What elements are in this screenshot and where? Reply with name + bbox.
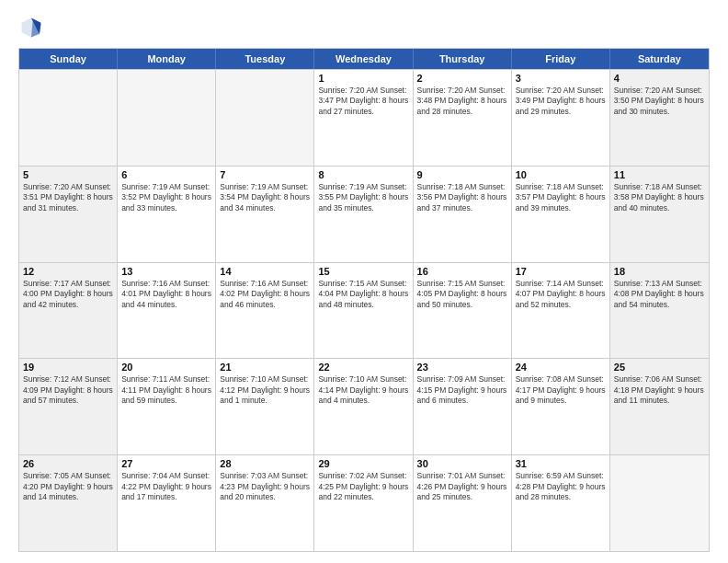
day-info: Sunrise: 7:09 AM Sunset: 4:15 PM Dayligh… — [417, 374, 507, 406]
day-info: Sunrise: 7:04 AM Sunset: 4:22 PM Dayligh… — [121, 471, 211, 502]
day-number: 11 — [614, 169, 705, 180]
day-cell: 8Sunrise: 7:19 AM Sunset: 3:55 PM Daylig… — [314, 167, 413, 262]
day-number: 13 — [121, 266, 211, 277]
week-row-1: 1Sunrise: 7:20 AM Sunset: 3:47 PM Daylig… — [19, 69, 709, 166]
day-cell: 22Sunrise: 7:10 AM Sunset: 4:14 PM Dayli… — [314, 359, 413, 454]
day-info: Sunrise: 7:15 AM Sunset: 4:05 PM Dayligh… — [417, 279, 507, 310]
day-number: 29 — [318, 458, 408, 469]
day-cell: 24Sunrise: 7:08 AM Sunset: 4:17 PM Dayli… — [512, 359, 610, 454]
day-info: Sunrise: 7:18 AM Sunset: 3:56 PM Dayligh… — [417, 182, 507, 213]
header-day-wednesday: Wednesday — [314, 49, 413, 69]
day-number: 4 — [614, 73, 705, 84]
day-info: Sunrise: 7:08 AM Sunset: 4:17 PM Dayligh… — [516, 374, 606, 406]
day-number: 26 — [23, 458, 113, 469]
day-info: Sunrise: 7:10 AM Sunset: 4:12 PM Dayligh… — [220, 374, 310, 406]
day-number: 27 — [121, 458, 211, 469]
day-number: 17 — [516, 266, 606, 277]
header-day-tuesday: Tuesday — [216, 49, 314, 69]
day-info: Sunrise: 7:10 AM Sunset: 4:14 PM Dayligh… — [318, 374, 408, 406]
day-cell: 27Sunrise: 7:04 AM Sunset: 4:22 PM Dayli… — [118, 455, 216, 551]
day-cell: 28Sunrise: 7:03 AM Sunset: 4:23 PM Dayli… — [216, 455, 314, 551]
day-info: Sunrise: 7:15 AM Sunset: 4:04 PM Dayligh… — [318, 279, 408, 310]
day-info: Sunrise: 7:13 AM Sunset: 4:08 PM Dayligh… — [614, 279, 705, 310]
day-cell: 23Sunrise: 7:09 AM Sunset: 4:15 PM Dayli… — [414, 359, 512, 454]
day-info: Sunrise: 7:20 AM Sunset: 3:50 PM Dayligh… — [614, 86, 705, 117]
day-cell: 7Sunrise: 7:19 AM Sunset: 3:54 PM Daylig… — [216, 167, 314, 262]
day-info: Sunrise: 7:20 AM Sunset: 3:48 PM Dayligh… — [417, 86, 507, 117]
day-number: 24 — [516, 362, 606, 373]
day-cell: 29Sunrise: 7:02 AM Sunset: 4:25 PM Dayli… — [314, 455, 413, 551]
day-info: Sunrise: 7:16 AM Sunset: 4:01 PM Dayligh… — [121, 279, 211, 310]
day-info: Sunrise: 7:02 AM Sunset: 4:25 PM Dayligh… — [318, 471, 408, 502]
day-cell: 30Sunrise: 7:01 AM Sunset: 4:26 PM Dayli… — [414, 455, 512, 551]
header-day-monday: Monday — [118, 49, 216, 69]
calendar-header-row: SundayMondayTuesdayWednesdayThursdayFrid… — [19, 49, 709, 69]
day-cell — [216, 70, 314, 166]
week-row-2: 5Sunrise: 7:20 AM Sunset: 3:51 PM Daylig… — [19, 166, 709, 262]
day-number: 20 — [121, 362, 211, 373]
day-info: Sunrise: 7:16 AM Sunset: 4:02 PM Dayligh… — [220, 279, 310, 310]
day-info: Sunrise: 7:03 AM Sunset: 4:23 PM Dayligh… — [220, 471, 310, 502]
day-info: Sunrise: 7:05 AM Sunset: 4:20 PM Dayligh… — [23, 471, 113, 502]
logo-icon — [18, 15, 44, 40]
header-day-sunday: Sunday — [19, 49, 118, 69]
day-cell: 16Sunrise: 7:15 AM Sunset: 4:05 PM Dayli… — [414, 263, 512, 359]
day-info: Sunrise: 7:01 AM Sunset: 4:26 PM Dayligh… — [417, 471, 507, 502]
day-cell: 1Sunrise: 7:20 AM Sunset: 3:47 PM Daylig… — [314, 70, 413, 166]
day-cell: 10Sunrise: 7:18 AM Sunset: 3:57 PM Dayli… — [512, 167, 610, 262]
day-cell: 3Sunrise: 7:20 AM Sunset: 3:49 PM Daylig… — [512, 70, 610, 166]
day-cell — [610, 455, 709, 551]
day-cell: 5Sunrise: 7:20 AM Sunset: 3:51 PM Daylig… — [19, 167, 118, 262]
day-number: 9 — [417, 169, 507, 180]
day-number: 12 — [23, 266, 113, 277]
day-info: Sunrise: 7:12 AM Sunset: 4:09 PM Dayligh… — [23, 374, 113, 406]
day-cell: 31Sunrise: 6:59 AM Sunset: 4:28 PM Dayli… — [512, 455, 610, 551]
day-info: Sunrise: 7:20 AM Sunset: 3:49 PM Dayligh… — [516, 86, 606, 117]
day-number: 7 — [220, 169, 310, 180]
day-info: Sunrise: 7:20 AM Sunset: 3:47 PM Dayligh… — [318, 86, 408, 117]
day-cell: 9Sunrise: 7:18 AM Sunset: 3:56 PM Daylig… — [414, 167, 512, 262]
day-cell: 13Sunrise: 7:16 AM Sunset: 4:01 PM Dayli… — [118, 263, 216, 359]
logo — [18, 15, 48, 40]
day-cell: 14Sunrise: 7:16 AM Sunset: 4:02 PM Dayli… — [216, 263, 314, 359]
day-info: Sunrise: 7:17 AM Sunset: 4:00 PM Dayligh… — [23, 279, 113, 310]
day-number: 15 — [318, 266, 408, 277]
day-cell: 18Sunrise: 7:13 AM Sunset: 4:08 PM Dayli… — [610, 263, 709, 359]
day-cell: 20Sunrise: 7:11 AM Sunset: 4:11 PM Dayli… — [118, 359, 216, 454]
header-day-saturday: Saturday — [610, 49, 709, 69]
header-day-thursday: Thursday — [414, 49, 512, 69]
day-cell: 17Sunrise: 7:14 AM Sunset: 4:07 PM Dayli… — [512, 263, 610, 359]
day-info: Sunrise: 7:11 AM Sunset: 4:11 PM Dayligh… — [121, 374, 211, 406]
day-number: 19 — [23, 362, 113, 373]
day-cell: 26Sunrise: 7:05 AM Sunset: 4:20 PM Dayli… — [19, 455, 118, 551]
day-cell: 15Sunrise: 7:15 AM Sunset: 4:04 PM Dayli… — [314, 263, 413, 359]
header — [18, 15, 710, 40]
day-info: Sunrise: 6:59 AM Sunset: 4:28 PM Dayligh… — [516, 471, 606, 502]
day-number: 8 — [318, 169, 408, 180]
day-info: Sunrise: 7:20 AM Sunset: 3:51 PM Dayligh… — [23, 182, 113, 213]
day-number: 31 — [516, 458, 606, 469]
week-row-5: 26Sunrise: 7:05 AM Sunset: 4:20 PM Dayli… — [19, 454, 709, 551]
day-cell: 4Sunrise: 7:20 AM Sunset: 3:50 PM Daylig… — [610, 70, 709, 166]
day-info: Sunrise: 7:14 AM Sunset: 4:07 PM Dayligh… — [516, 279, 606, 310]
day-info: Sunrise: 7:18 AM Sunset: 3:58 PM Dayligh… — [614, 182, 705, 213]
day-number: 28 — [220, 458, 310, 469]
header-day-friday: Friday — [512, 49, 610, 69]
day-number: 6 — [121, 169, 211, 180]
day-number: 16 — [417, 266, 507, 277]
day-cell: 25Sunrise: 7:06 AM Sunset: 4:18 PM Dayli… — [610, 359, 709, 454]
day-number: 3 — [516, 73, 606, 84]
day-info: Sunrise: 7:06 AM Sunset: 4:18 PM Dayligh… — [614, 374, 705, 406]
week-row-4: 19Sunrise: 7:12 AM Sunset: 4:09 PM Dayli… — [19, 358, 709, 454]
day-number: 25 — [614, 362, 705, 373]
day-info: Sunrise: 7:19 AM Sunset: 3:54 PM Dayligh… — [220, 182, 310, 213]
day-number: 23 — [417, 362, 507, 373]
week-row-3: 12Sunrise: 7:17 AM Sunset: 4:00 PM Dayli… — [19, 262, 709, 359]
day-number: 14 — [220, 266, 310, 277]
day-info: Sunrise: 7:18 AM Sunset: 3:57 PM Dayligh… — [516, 182, 606, 213]
day-number: 5 — [23, 169, 113, 180]
day-number: 21 — [220, 362, 310, 373]
day-number: 1 — [318, 73, 408, 84]
day-cell: 12Sunrise: 7:17 AM Sunset: 4:00 PM Dayli… — [19, 263, 118, 359]
day-cell — [19, 70, 118, 166]
